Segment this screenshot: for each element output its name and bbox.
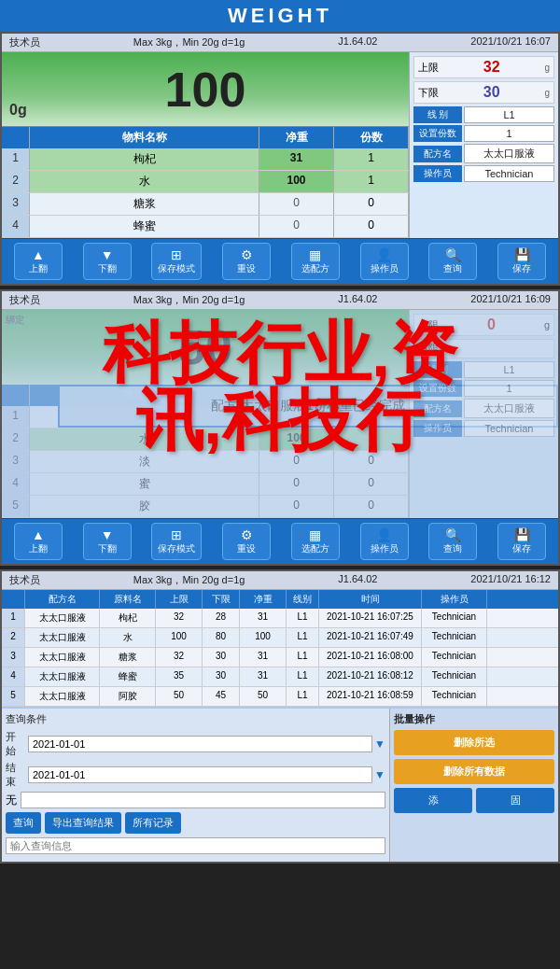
btn-reset-1[interactable]: ⚙重设: [222, 243, 271, 280]
p2-upper-limit: 上限 0 g: [413, 314, 554, 336]
btn-save-mode-1[interactable]: ⊞保存模式: [151, 243, 202, 280]
export-button[interactable]: 导出查询结果: [45, 812, 121, 834]
status-bar-2: 技术员 Max 3kg，Min 20g d=1g J1.64.02 2021/1…: [2, 291, 558, 310]
end-date-input[interactable]: [28, 766, 372, 783]
delete-selected-button[interactable]: 删除所选: [394, 730, 554, 755]
weight-display-2: 绑定 50: [2, 310, 409, 385]
p1-table-row-4: 4 蜂蜜 0 0: [2, 216, 409, 238]
search-input[interactable]: [6, 837, 385, 854]
no-input-row: 无: [6, 792, 385, 808]
p1-table-header: 物料名称 净重 份数: [2, 127, 409, 148]
p1-table-row-2: 2 水 100 1: [2, 171, 409, 193]
query-condition-label: 查询条件: [6, 712, 52, 726]
p2-lower-label: 下限: [418, 342, 439, 356]
all-records-button[interactable]: 所有记录: [125, 812, 181, 834]
p2-left: 绑定 50 物料名称 净重 份数 1 枸杞 31 1 2 水 100 1: [2, 310, 409, 518]
scale-info-2: Max 3kg，Min 20g d=1g: [133, 293, 245, 307]
query-section: 查询条件 开 始 ▼ 结 束 ▼ 无 查询 导出查询结果 所有记录: [2, 709, 558, 862]
panel-1: 技术员 Max 3kg，Min 20g d=1g J1.64.02 2021/1…: [0, 32, 560, 286]
btn-save-1[interactable]: 💾保存: [497, 243, 546, 280]
delete-all-button[interactable]: 删除所有数据: [394, 759, 554, 784]
p2-operator-row: 操作员 Technician: [413, 420, 554, 437]
start-label: 开 始: [6, 730, 26, 758]
no-value-input[interactable]: [21, 792, 385, 808]
formula-label: 配方名: [413, 146, 462, 162]
btn-select-formula-1[interactable]: ▦选配方: [291, 243, 340, 280]
p2-line-row: 线 别 L1: [413, 361, 554, 378]
col-qty: 份数: [334, 127, 409, 148]
start-date-input[interactable]: [28, 736, 372, 752]
scale-info-1: Max 3kg，Min 20g d=1g: [133, 35, 245, 49]
p2-bg-label: 绑定: [6, 314, 24, 327]
tech-label-2: 技术员: [9, 293, 40, 307]
tech-label-3: 技术员: [9, 573, 40, 587]
p2-formula-row: 配方名 太太口服液: [413, 399, 554, 418]
p1-table-row-1: 1 枸杞 31 1: [2, 148, 409, 171]
btn-select-formula-2[interactable]: ▦选配方: [291, 523, 340, 560]
end-date-arrow[interactable]: ▼: [374, 768, 385, 781]
btn-save-2[interactable]: 💾保存: [497, 523, 546, 560]
p2-row-2: 2 水 100 1: [2, 428, 409, 451]
search-input-row: [6, 837, 385, 854]
btn-down-1[interactable]: ▼下翻: [83, 243, 132, 280]
btn-operator-2[interactable]: 👤操作员: [360, 523, 409, 560]
btn-up-1[interactable]: ▲上翻: [14, 243, 63, 280]
p3-table-row-4: 4 太太口服液 蜂蜜 35 30 31 L1 2021-10-21 16:08:…: [2, 667, 558, 687]
firmware-2: J1.64.02: [338, 293, 377, 307]
add-button[interactable]: 添: [394, 788, 472, 813]
upper-limit-unit: g: [544, 63, 550, 73]
set-value: 1: [464, 125, 554, 142]
p2-upper-value: 0: [487, 316, 496, 333]
status-bar-1: 技术员 Max 3kg，Min 20g d=1g J1.64.02 2021/1…: [2, 34, 558, 52]
panel-2: 技术员 Max 3kg，Min 20g d=1g J1.64.02 2021/1…: [0, 289, 560, 566]
btn-up-2[interactable]: ▲上翻: [14, 523, 63, 560]
p2-main: 科技行业,资 讯,科技行 绑定 50 物料名称 净重 份数 1 枸杞 31 1 …: [2, 310, 558, 518]
operator-row: 操作员 Technician: [413, 165, 554, 182]
formula-value: 太太口服液: [464, 144, 554, 163]
p3-table-header: 配方名 原料名 上限 下限 净重 线别 时间 操作员: [2, 590, 558, 609]
col-weight: 净重: [259, 127, 334, 148]
btn-save-mode-2[interactable]: ⊞保存模式: [151, 523, 202, 560]
p1-main: 0g 100 物料名称 净重 份数 1 枸杞 31 1 2 水 100 1 3 …: [2, 52, 558, 238]
p3-table-row-2: 2 太太口服液 水 100 80 100 L1 2021-10-21 16:07…: [2, 628, 558, 648]
p3-table-rows: 1 太太口服液 枸杞 32 28 31 L1 2021-10-21 16:07:…: [2, 609, 558, 707]
btn-query-1[interactable]: 🔍查询: [428, 243, 477, 280]
weight-value-2: 50: [178, 319, 232, 375]
col-name: 物料名称: [30, 127, 259, 148]
p2-right-panel: 上限 0 g 下限 线 别 L1 设置份数 1 配方名 太太口服液 操作员: [409, 310, 558, 518]
query-end-row: 结 束 ▼: [6, 761, 385, 789]
scale-info-3: Max 3kg，Min 20g d=1g: [133, 573, 245, 587]
tech-label-1: 技术员: [9, 35, 40, 49]
upper-limit-label: 上限: [418, 61, 439, 75]
p1-right-panel: 上限 32 g 下限 30 g 线 别 L1 设置份数 1 配方名 太太口服液: [409, 52, 558, 238]
p3-table-row-3: 3 太太口服液 糖浆 32 30 31 L1 2021-10-21 16:08:…: [2, 648, 558, 667]
line-value: L1: [464, 106, 554, 123]
col-idx: [2, 127, 30, 148]
app-title: WEIGHT: [0, 0, 560, 32]
add-row: 添 固: [394, 788, 554, 813]
btn-down-2[interactable]: ▼下翻: [83, 523, 132, 560]
start-date-arrow[interactable]: ▼: [374, 737, 385, 751]
formula-row: 配方名 太太口服液: [413, 144, 554, 163]
operator-label: 操作员: [413, 165, 462, 182]
confirm-button[interactable]: 固: [476, 788, 554, 813]
datetime-2: 2021/10/21 16:09: [470, 293, 551, 307]
btn-reset-2[interactable]: ⚙重设: [222, 523, 271, 560]
lower-limit-row: 下限 30 g: [413, 81, 554, 104]
query-condition-row: 查询条件: [6, 712, 385, 726]
weight-display-1: 0g 100: [2, 52, 409, 127]
p2-row-5: 5 胶 0 0: [2, 496, 409, 518]
btn-query-2[interactable]: 🔍查询: [428, 523, 477, 560]
p2-upper-unit: g: [544, 319, 550, 330]
p3-table-row-5: 5 太太口服液 阿胶 50 45 50 L1 2021-10-21 16:08:…: [2, 687, 558, 707]
p1-table-rows: 1 枸杞 31 1 2 水 100 1 3 糖浆 0 0 4 蜂蜜 0 0: [2, 148, 409, 238]
end-label: 结 束: [6, 761, 26, 789]
batch-right-panel: 批量操作 删除所选 删除所有数据 添 固: [390, 709, 558, 862]
btn-operator-1[interactable]: 👤操作员: [360, 243, 409, 280]
query-left-panel: 查询条件 开 始 ▼ 结 束 ▼ 无 查询 导出查询结果 所有记录: [2, 709, 390, 862]
upper-limit-value: 32: [483, 59, 500, 76]
p2-lower-limit: 下限: [413, 339, 554, 358]
query-start-row: 开 始 ▼: [6, 730, 385, 758]
query-button[interactable]: 查询: [6, 812, 41, 834]
query-buttons: 查询 导出查询结果 所有记录: [6, 812, 385, 834]
